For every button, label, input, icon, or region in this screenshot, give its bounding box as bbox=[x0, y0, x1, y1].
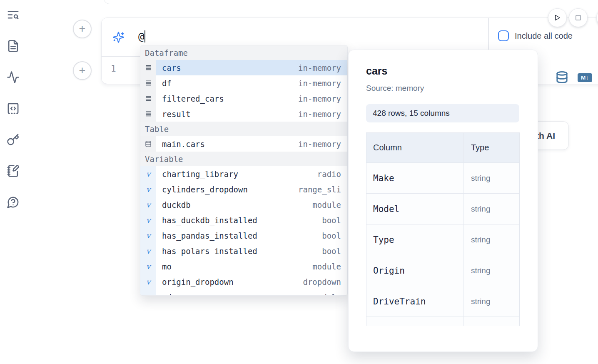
schema-row-DriveTrain: DriveTrainstring bbox=[366, 286, 519, 317]
dataframe-icon bbox=[140, 60, 156, 75]
variable-icon: v bbox=[140, 243, 156, 259]
variable-icon: v bbox=[140, 289, 156, 296]
autocomplete-item-main.cars[interactable]: main.carsin-memory bbox=[140, 136, 347, 152]
autocomplete-item-duckdb[interactable]: vduckdbmodule bbox=[140, 197, 347, 212]
markdown-export-icon[interactable]: M↓ bbox=[578, 73, 592, 82]
variable-icon: v bbox=[140, 228, 156, 243]
run-cell-button[interactable] bbox=[548, 8, 567, 27]
dataframe-icon bbox=[140, 75, 156, 91]
item-type: in-memory bbox=[298, 110, 347, 119]
item-type: bool bbox=[322, 216, 347, 225]
schema-row-Origin: Originstring bbox=[366, 255, 519, 286]
item-type: in-memory bbox=[298, 140, 347, 149]
item-name: has_polars_installed bbox=[156, 247, 257, 256]
text-cursor bbox=[145, 30, 145, 42]
include-all-code-panel: Include all code bbox=[498, 30, 573, 41]
schema-row-Model: Modelstring bbox=[366, 194, 519, 224]
activity-icon[interactable] bbox=[6, 70, 20, 84]
autocomplete-item-df[interactable]: dfin-memory bbox=[140, 75, 347, 91]
autocomplete-section-header: Variable bbox=[140, 152, 347, 166]
autocomplete-item-has_duckdb_installed[interactable]: vhas_duckdb_installedbool bbox=[140, 212, 347, 228]
stop-icon bbox=[575, 14, 582, 21]
autocomplete-item-pd[interactable]: vpdmodule bbox=[140, 289, 347, 296]
item-name: df bbox=[156, 79, 172, 88]
code-snippet-icon[interactable] bbox=[6, 101, 20, 115]
variable-icon: v bbox=[140, 212, 156, 228]
stop-button[interactable] bbox=[569, 8, 588, 27]
schema-row-Make: Makestring bbox=[366, 163, 519, 194]
item-type: range_sli bbox=[298, 185, 347, 194]
autocomplete-item-origin_dropdown[interactable]: vorigin_dropdowndropdown bbox=[140, 274, 347, 289]
schema-column-type: string bbox=[463, 163, 519, 193]
item-name: charting_library bbox=[156, 170, 238, 179]
schema-column-type: string bbox=[463, 255, 519, 286]
schema-header-type: Type bbox=[463, 133, 519, 162]
item-type: bool bbox=[322, 231, 347, 240]
variable-icon: v bbox=[140, 166, 156, 182]
item-name: origin_dropdown bbox=[156, 277, 234, 287]
item-type: module bbox=[312, 262, 347, 271]
schema-column-name: Model bbox=[366, 194, 463, 224]
item-type: bool bbox=[322, 247, 347, 256]
prompt-value: @ bbox=[138, 31, 144, 42]
autocomplete-dropdown: Dataframecarsin-memorydfin-memoryfiltere… bbox=[140, 45, 348, 296]
item-name: duckdb bbox=[156, 200, 191, 209]
autocomplete-item-has_polars_installed[interactable]: vhas_polars_installedbool bbox=[140, 243, 347, 259]
schema-column-name: Origin bbox=[366, 255, 463, 286]
marimo-notebook: + + @ Include all code 1 M↓ Generate wit… bbox=[0, 0, 598, 364]
preview-shape-badge: 428 rows, 15 columns bbox=[366, 104, 519, 122]
item-type: in-memory bbox=[298, 94, 347, 103]
schema-header-row: ColumnType bbox=[366, 133, 519, 163]
schema-column-type: string bbox=[463, 194, 519, 224]
autocomplete-item-charting_library[interactable]: vcharting_libraryradio bbox=[140, 166, 347, 182]
database-icon[interactable] bbox=[556, 71, 568, 85]
add-cell-button-top[interactable]: + bbox=[73, 20, 92, 38]
schema-row-Type: Typestring bbox=[366, 224, 519, 255]
add-cell-button-bottom[interactable]: + bbox=[73, 61, 92, 80]
item-name: cars bbox=[156, 63, 181, 72]
variable-icon: v bbox=[140, 274, 156, 289]
variable-icon: v bbox=[140, 197, 156, 212]
autocomplete-item-mo[interactable]: vmomodule bbox=[140, 259, 347, 274]
include-all-code-label: Include all code bbox=[515, 31, 573, 41]
item-name: filtered_cars bbox=[156, 94, 224, 103]
schema-column-type: string bbox=[463, 224, 519, 255]
schema-column-name: Make bbox=[366, 163, 463, 193]
item-type: module bbox=[312, 293, 347, 296]
help-chat-icon[interactable] bbox=[6, 195, 20, 209]
text-search-icon[interactable] bbox=[6, 7, 20, 22]
sparkles-ai-icon bbox=[112, 31, 125, 43]
cell-output-icons: M↓ bbox=[556, 71, 592, 85]
item-name: has_pandas_installed bbox=[156, 231, 257, 240]
variable-icon: v bbox=[140, 182, 156, 197]
variable-icon: v bbox=[140, 259, 156, 274]
item-type: module bbox=[312, 200, 347, 209]
dataframe-preview-popover: cars Source: memory 428 rows, 15 columns… bbox=[348, 50, 538, 352]
schema-column-name: DriveTrain bbox=[366, 286, 463, 317]
item-name: pd bbox=[156, 293, 172, 296]
line-number: 1 bbox=[111, 64, 116, 74]
include-all-code-checkbox[interactable] bbox=[498, 30, 509, 41]
database-icon bbox=[140, 136, 156, 152]
scratchpad-icon[interactable] bbox=[6, 164, 20, 178]
item-name: result bbox=[156, 110, 191, 119]
item-type: in-memory bbox=[298, 79, 347, 88]
sidebar bbox=[6, 7, 26, 209]
previous-cell-edge bbox=[103, 0, 598, 4]
preview-title: cars bbox=[366, 65, 520, 77]
file-document-icon[interactable] bbox=[6, 39, 20, 53]
autocomplete-item-cars[interactable]: carsin-memory bbox=[140, 60, 347, 75]
autocomplete-section-header: Table bbox=[140, 122, 347, 136]
schema-header-column: Column bbox=[366, 133, 463, 162]
preview-schema-table: ColumnTypeMakestringModelstringTypestrin… bbox=[366, 132, 520, 326]
schema-row-partial bbox=[366, 317, 519, 326]
autocomplete-item-has_pandas_installed[interactable]: vhas_pandas_installedbool bbox=[140, 228, 347, 243]
autocomplete-item-result[interactable]: resultin-memory bbox=[140, 106, 347, 122]
item-type: radio bbox=[317, 170, 347, 179]
item-type: dropdown bbox=[303, 277, 347, 287]
autocomplete-item-filtered_cars[interactable]: filtered_carsin-memory bbox=[140, 91, 347, 106]
key-icon[interactable] bbox=[6, 132, 20, 147]
autocomplete-item-cylinders_dropdown[interactable]: vcylinders_dropdownrange_sli bbox=[140, 182, 347, 197]
item-name: has_duckdb_installed bbox=[156, 216, 257, 225]
dataframe-icon bbox=[140, 91, 156, 106]
